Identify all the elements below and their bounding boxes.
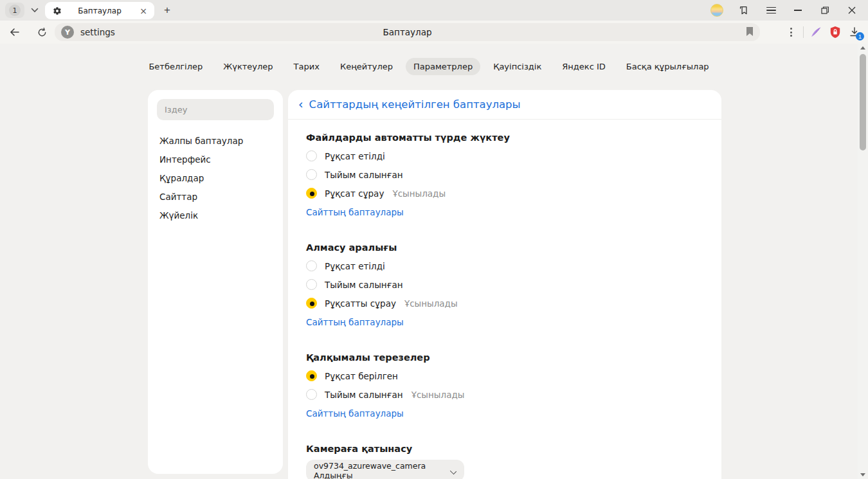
browser-tab[interactable]: Баптаулар × [45,2,154,19]
back-heading[interactable]: ‹ Сайттардың кеңейтілген баптаулары [288,90,721,120]
section-title: Алмасу аралығы [306,242,703,253]
radio-label: Тыйым салынған [325,280,403,290]
scroll-down-arrow-icon[interactable] [860,473,865,476]
site-icon: Y [61,26,74,39]
nav-tab[interactable]: Яндекс ID [554,58,613,75]
extensions-kebab-icon[interactable] [781,23,800,41]
radio-option[interactable]: Рұқсат етілді [306,147,703,165]
radio-option[interactable]: Рұқсатты сұрауҰсынылады [306,294,703,312]
sidebar-items: Жалпы баптауларИнтерфейсҚұралдарСайттарЖ… [157,131,274,224]
restore-button[interactable] [814,1,836,19]
radio-label: Рұқсатты сұрау [325,298,396,309]
site-settings-link[interactable]: Сайттың баптаулары [306,207,404,217]
page-title: Баптаулар [55,27,760,37]
radio-icon [306,389,317,400]
radio-icon [306,150,317,161]
settings-section: Алмасу аралығыРұқсат етілдіТыйым салынға… [306,242,703,328]
protect-shield-icon[interactable] [826,23,845,41]
minimize-button[interactable] [787,1,809,19]
sidebar-item[interactable]: Сайттар [157,187,274,206]
camera-device-select[interactable]: ov9734_azurewave_camera Алдыңғы [306,460,464,479]
nav-tab[interactable]: Тарих [286,58,327,75]
radio-label: Тыйым салынған [325,390,403,400]
nav-tab[interactable]: Қауіпсіздік [485,58,549,75]
sections: Файлдарды автоматты түрде жүктеуРұқсат е… [288,120,721,479]
menu-icon[interactable] [760,1,782,19]
side-panels-icon[interactable] [733,1,755,19]
close-window-button[interactable] [841,1,863,19]
radio-label: Рұқсат етілді [325,151,385,161]
bookmark-icon[interactable] [746,26,754,37]
radio-option[interactable]: Тыйым салынған [306,165,703,184]
sidebar-item[interactable]: Жүйелік [157,206,274,224]
gear-icon [53,6,62,15]
tab-count-button[interactable]: 1 [5,3,24,18]
downloads-count-badge: 1 [856,32,864,41]
radio-option[interactable]: Рұқсат сұрауҰсынылады [306,184,703,203]
nav-tab[interactable]: Басқа құрылғылар [619,58,717,75]
tab-list-chevron-button[interactable] [27,3,42,18]
nav-tab[interactable]: Параметрлер [406,58,480,75]
close-icon [848,6,856,14]
radio-icon [306,370,317,381]
new-tab-button[interactable]: + [159,3,175,18]
settings-page: БетбелгілерЖүктеулерТарихКеңейтулерПарам… [0,44,868,479]
sidebar-item[interactable]: Интерфейс [157,150,274,168]
section-title: Файлдарды автоматты түрде жүктеу [306,132,703,143]
page-heading: Сайттардың кеңейтілген баптаулары [309,98,521,111]
radio-icon [306,279,317,290]
site-settings-link[interactable]: Сайттың баптаулары [306,408,404,419]
settings-sidebar: Жалпы баптауларИнтерфейсҚұралдарСайттарЖ… [148,90,283,474]
restore-icon [821,6,829,14]
back-button[interactable] [6,24,23,41]
address-input[interactable]: Y settings Баптаулар [55,23,760,41]
nav-tab[interactable]: Жүктеулер [215,58,280,75]
radio-option[interactable]: Рұқсат етілді [306,257,703,275]
radio-label: Рұқсат сұрау [325,188,384,199]
sidebar-item[interactable]: Жалпы баптаулар [157,131,274,150]
chevron-down-icon [31,8,39,13]
section-title: Қалқымалы терезелер [306,352,703,363]
avatar [710,4,723,17]
settings-main-card: ‹ Сайттардың кеңейтілген баптаулары Файл… [288,90,721,479]
radio-label: Тыйым салынған [325,170,403,180]
settings-section: Файлдарды автоматты түрде жүктеуРұқсат е… [306,132,703,218]
tab-count-badge: 1 [9,5,21,16]
address-bar-row: Y settings Баптаулар 1 [0,21,868,44]
recommended-note: Ұсынылады [411,390,465,400]
tab-close-icon[interactable]: × [138,5,149,17]
profile-avatar-button[interactable] [706,1,728,19]
recommended-note: Ұсынылады [392,188,446,199]
radio-icon [306,169,317,180]
section-title: Камераға қатынасу [306,444,703,454]
radio-icon [306,298,317,309]
settings-section: Камераға қатынасуov9734_azurewave_camera… [306,444,703,479]
radio-icon [306,260,317,271]
chevron-down-icon [451,468,457,474]
radio-option[interactable]: Рұқсат берілген [306,366,703,385]
scroll-up-arrow-icon[interactable] [860,46,865,50]
search-input[interactable] [157,99,274,120]
tab-title: Баптаулар [62,6,138,15]
sidebar-item[interactable]: Құралдар [157,168,274,187]
feather-extension-icon[interactable] [806,23,826,41]
url-text: settings [80,27,115,37]
settings-nav: БетбелгілерЖүктеулерТарихКеңейтулерПарам… [0,58,858,75]
toolbar-divider [803,26,804,38]
radio-option[interactable]: Тыйым салынған [306,275,703,294]
downloads-button[interactable]: 1 [845,23,864,41]
minimize-icon [794,10,802,11]
scrollbar[interactable] [858,44,868,479]
recommended-note: Ұсынылады [404,298,458,309]
settings-section: Қалқымалы терезелерРұқсат берілгенТыйым … [306,352,703,419]
reload-button[interactable] [33,24,50,41]
chevron-left-icon: ‹ [298,98,303,111]
nav-tab[interactable]: Кеңейтулер [332,58,401,75]
site-settings-link[interactable]: Сайттың баптаулары [306,317,404,327]
radio-option[interactable]: Тыйым салынғанҰсынылады [306,385,703,404]
radio-icon [306,188,317,199]
nav-tab[interactable]: Бетбелгілер [141,58,210,75]
select-value: ov9734_azurewave_camera Алдыңғы [314,461,446,479]
scrollbar-thumb[interactable] [860,54,866,150]
radio-label: Рұқсат етілді [325,261,385,271]
